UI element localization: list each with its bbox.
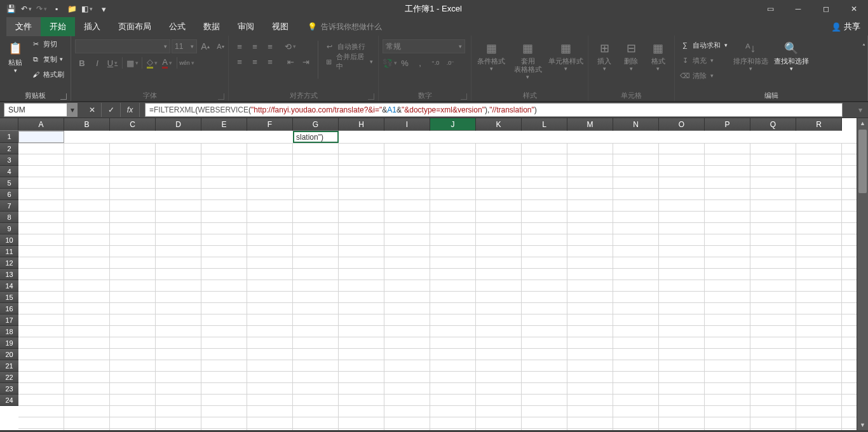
row-header-23[interactable]: 23 (0, 383, 18, 395)
increase-indent-icon[interactable]: ⇥ (299, 55, 313, 69)
expand-formula-bar-icon[interactable]: ▾ (855, 103, 865, 117)
column-header-F[interactable]: F (247, 118, 293, 131)
row-header-19[interactable]: 19 (0, 337, 18, 349)
new-icon[interactable]: ▪ (51, 3, 62, 15)
editing-cell[interactable]: slation") (293, 131, 339, 143)
tab-home[interactable]: 开始 (41, 17, 75, 36)
cell-styles-button[interactable]: ▦单元格样式▾ (548, 37, 584, 72)
column-header-O[interactable]: O (659, 118, 705, 131)
row-header-5[interactable]: 5 (0, 177, 18, 189)
row-header-8[interactable]: 8 (0, 212, 18, 223)
column-header-A[interactable]: A (18, 118, 64, 131)
autosum-button[interactable]: ∑自动求和▾ (679, 38, 729, 52)
name-box-dropdown-icon[interactable]: ▾ (67, 103, 78, 117)
launcher-icon[interactable] (60, 93, 67, 100)
touch-mode-icon[interactable]: ◧ (81, 3, 93, 15)
row-header-20[interactable]: 20 (0, 349, 18, 360)
increase-decimal-icon[interactable]: ⁺.0 (428, 56, 442, 70)
column-header-G[interactable]: G (293, 118, 339, 131)
vertical-scrollbar[interactable]: ▲ ▼ (857, 118, 868, 430)
file-tab[interactable]: 文件 (6, 17, 41, 36)
align-right-icon[interactable]: ≡ (263, 55, 277, 69)
row-header-16[interactable]: 16 (0, 303, 18, 314)
row-header-11[interactable]: 11 (0, 246, 18, 257)
column-header-C[interactable]: C (110, 118, 156, 131)
font-size-combo[interactable]: 11▾ (172, 39, 197, 53)
cancel-formula-icon[interactable]: ✕ (83, 103, 102, 117)
row-header-22[interactable]: 22 (0, 372, 18, 383)
column-header-K[interactable]: K (476, 118, 522, 131)
align-left-icon[interactable]: ≡ (233, 55, 247, 69)
column-header-P[interactable]: P (705, 118, 750, 131)
row-header-2[interactable]: 2 (0, 143, 18, 154)
phonetic-button[interactable]: wén (180, 56, 194, 70)
minimize-icon[interactable]: ─ (784, 0, 812, 18)
column-header-R[interactable]: R (796, 118, 842, 131)
tab-insert[interactable]: 插入 (75, 17, 109, 36)
insert-cells-button[interactable]: ⊞插入▾ (592, 37, 616, 72)
undo-icon[interactable]: ↶ (20, 3, 32, 15)
column-header-E[interactable]: E (201, 118, 247, 131)
tab-data[interactable]: 数据 (194, 17, 229, 36)
column-header-L[interactable]: L (522, 118, 567, 131)
clear-button[interactable]: ⌫清除▾ (679, 69, 729, 83)
fill-button[interactable]: ↧填充▾ (679, 53, 729, 67)
close-icon[interactable]: ✕ (840, 0, 868, 18)
tell-me-search[interactable]: 💡 告诉我你想做什么 (308, 22, 382, 32)
font-color-button[interactable]: A (160, 56, 174, 70)
align-top-icon[interactable]: ≡ (233, 39, 247, 53)
sort-filter-button[interactable]: ᴬ↓排序和筛选▾ (731, 37, 770, 72)
row-header-10[interactable]: 10 (0, 234, 18, 246)
percent-icon[interactable]: % (398, 56, 412, 70)
collapse-ribbon-icon[interactable]: ˄ (862, 43, 865, 50)
row-header-18[interactable]: 18 (0, 326, 18, 337)
launcher-icon[interactable] (461, 93, 467, 100)
redo-icon[interactable]: ↷ (36, 3, 47, 15)
delete-cells-button[interactable]: ⊟删除▾ (619, 37, 643, 72)
border-button[interactable]: ▦ (125, 56, 139, 70)
column-header-B[interactable]: B (64, 118, 110, 131)
number-format-combo[interactable]: 常规▾ (383, 39, 465, 53)
row-header-6[interactable]: 6 (0, 189, 18, 200)
ribbon-display-icon[interactable]: ▭ (756, 0, 784, 18)
qat-customize-icon[interactable]: ▾ (97, 2, 111, 16)
tab-page-layout[interactable]: 页面布局 (109, 17, 160, 36)
row-header-1[interactable]: 1 (0, 131, 18, 143)
wrap-text-button[interactable]: ↩自动换行 (323, 39, 374, 53)
column-header-I[interactable]: I (384, 118, 430, 131)
align-bottom-icon[interactable]: ≡ (263, 39, 277, 53)
name-box[interactable]: SUM (4, 103, 67, 117)
fill-color-button[interactable]: ◇ (145, 56, 159, 70)
share-button[interactable]: 👤 共享 (831, 21, 860, 32)
bold-button[interactable]: B (75, 56, 89, 70)
find-select-button[interactable]: 🔍查找和选择▾ (772, 37, 810, 72)
underline-button[interactable]: U (105, 56, 119, 70)
row-header-13[interactable]: 13 (0, 269, 18, 280)
currency-icon[interactable]: 💱 (383, 56, 397, 70)
tab-formulas[interactable]: 公式 (160, 17, 194, 36)
font-name-combo[interactable]: ▾ (75, 39, 170, 53)
tab-view[interactable]: 视图 (263, 17, 297, 36)
formula-input[interactable]: =FILTERXML(WEBSERVICE("http://fanyi.youd… (145, 103, 843, 117)
merge-center-button[interactable]: ⊞合并后居中▾ (323, 55, 374, 69)
decrease-indent-icon[interactable]: ⇤ (283, 55, 297, 69)
row-header-12[interactable]: 12 (0, 257, 18, 269)
select-all-corner[interactable] (0, 118, 18, 131)
align-middle-icon[interactable]: ≡ (248, 39, 262, 53)
italic-button[interactable]: I (90, 56, 104, 70)
column-header-H[interactable]: H (339, 118, 384, 131)
row-header-7[interactable]: 7 (0, 200, 18, 212)
grow-font-icon[interactable]: A▴ (198, 39, 212, 53)
scroll-up-icon[interactable]: ▲ (857, 118, 868, 128)
cells-area[interactable]: slation") (18, 131, 857, 430)
column-header-D[interactable]: D (156, 118, 201, 131)
decrease-decimal-icon[interactable]: .0⁻ (444, 56, 458, 70)
fx-icon[interactable]: fx (121, 103, 140, 117)
column-header-N[interactable]: N (613, 118, 659, 131)
orientation-icon[interactable]: ⟲ (283, 39, 297, 53)
launcher-icon[interactable] (368, 93, 374, 100)
row-header-21[interactable]: 21 (0, 360, 18, 372)
copy-button[interactable]: ⧉复制▾ (29, 52, 65, 66)
column-header-J[interactable]: J (430, 118, 476, 131)
save-icon[interactable]: 💾 (5, 3, 17, 15)
